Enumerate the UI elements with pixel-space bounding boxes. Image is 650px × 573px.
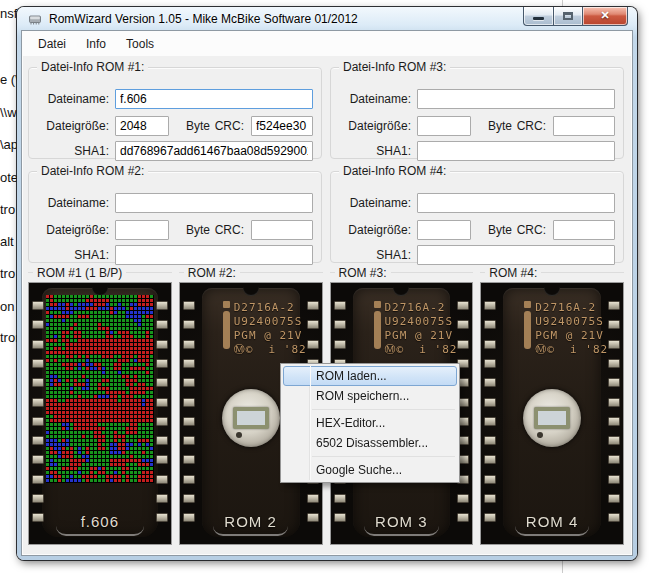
rom4-chip-body: D2716A-2 U9240075S PGM @ 21V Ⓜ© i '82 [503, 288, 601, 537]
chip-pin [32, 340, 44, 349]
rom4-chip-label: ROM 4 [481, 513, 623, 530]
byte-label: Byte [488, 223, 512, 237]
groupbox-rom3: Datei-Info ROM #3: Dateiname: Dateigröße… [330, 67, 624, 159]
rom2-crc-input[interactable] [251, 220, 313, 240]
menu-tools[interactable]: Tools [116, 33, 164, 55]
rom4-dateiname-input[interactable] [417, 193, 615, 213]
chip-pin [156, 320, 168, 329]
context-menu: ROM laden... ROM speichern... HEX-Editor… [280, 363, 460, 483]
rom3-sha1-input[interactable] [417, 141, 615, 161]
rom3-crc-input[interactable] [553, 116, 615, 136]
chip-pin [307, 301, 319, 310]
chip-pin [32, 359, 44, 368]
rom1-crc-input[interactable] [251, 116, 313, 136]
rom2-chip-label: ROM 2 [180, 513, 322, 530]
desktop: { "background": { "fragments": [ {"text"… [0, 0, 650, 573]
eprom-die [233, 407, 269, 429]
chip-pin [457, 320, 469, 329]
chip-pin [156, 359, 168, 368]
dateiname-label: Dateiname: [29, 196, 109, 210]
rom2-dateigroesse-input[interactable] [115, 220, 169, 240]
crc-label: CRC: [215, 119, 244, 133]
rom3-dateiname-input[interactable] [417, 89, 615, 109]
chip-pin [183, 494, 195, 503]
chip-pin [608, 378, 620, 387]
chip-pin [183, 301, 195, 310]
groupbox-rom1-title: Datei-Info ROM #1: [37, 60, 148, 74]
background-text-fragment: on [0, 299, 14, 314]
chip-pin [32, 417, 44, 426]
rom4-chip-image[interactable]: D2716A-2 U9240075S PGM @ 21V Ⓜ© i '82 RO… [480, 282, 624, 545]
chip-pin [484, 417, 496, 426]
background-text-fragment: \\w [0, 105, 17, 120]
groupbox-rom2-title: Datei-Info ROM #2: [37, 164, 148, 178]
groupbox-rom2: Datei-Info ROM #2: Dateiname: Dateigröße… [28, 171, 322, 263]
background-text-fragment: tro [0, 266, 15, 281]
close-button[interactable]: ✕ [582, 7, 628, 26]
chip-notch [544, 287, 560, 296]
chip-pin [156, 455, 168, 464]
chip-pin [156, 494, 168, 503]
chip-pin [156, 475, 168, 484]
chip-print-bar [374, 311, 381, 349]
chip-pin [608, 320, 620, 329]
rom1-dateigroesse-input[interactable] [115, 116, 169, 136]
chip-pin [484, 398, 496, 407]
rom4-sha1-input[interactable] [417, 245, 615, 265]
chip-pin [334, 513, 346, 522]
rom1-contents-bitmap [46, 295, 154, 483]
chip-pin [156, 378, 168, 387]
menubar: Datei Info Tools [22, 31, 632, 56]
menu-item-rom-speichern[interactable]: ROM speichern... [283, 386, 457, 406]
chip-pin [156, 301, 168, 310]
chip-notch [393, 287, 409, 296]
chip-notch [243, 287, 259, 296]
rom1-chip-image[interactable]: f.606 [28, 282, 172, 545]
chip-pin [183, 513, 195, 522]
maximize-button[interactable] [553, 7, 582, 26]
rom4-dateigroesse-input[interactable] [417, 220, 471, 240]
byte-label: Byte [186, 223, 210, 237]
menu-item-hex-editor[interactable]: HEX-Editor... [283, 413, 457, 433]
chip-pin [484, 494, 496, 503]
dateiname-label: Dateiname: [331, 196, 411, 210]
groupbox-rom4: Datei-Info ROM #4: Dateiname: Dateigröße… [330, 171, 624, 263]
menu-item-6502-disassembler[interactable]: 6502 Disassembler... [283, 433, 457, 453]
rom4-crc-input[interactable] [553, 220, 615, 240]
rom1-column: ROM #1 (1 B/P) f.606 [28, 265, 172, 545]
rom1-dateiname-input[interactable] [115, 89, 313, 109]
groupbox-rom1: Datei-Info ROM #1: Dateiname: Dateigröße… [28, 67, 322, 159]
rom1-sha1-input[interactable] [115, 141, 313, 161]
window-title: RomWizard Version 1.05 - Mike McBike Sof… [49, 12, 358, 26]
chip-pin [183, 436, 195, 445]
menu-datei[interactable]: Datei [28, 33, 76, 55]
close-icon: ✕ [583, 9, 627, 22]
menu-item-google-suche[interactable]: Google Suche... [283, 460, 457, 480]
eprom-quartz-window [222, 389, 280, 447]
chip-pin [183, 455, 195, 464]
menu-item-rom-laden[interactable]: ROM laden... [283, 366, 457, 386]
chip-pin [457, 301, 469, 310]
chip-print-mark [524, 301, 531, 308]
menu-info[interactable]: Info [76, 33, 116, 55]
rom3-panel-label: ROM #3: [330, 265, 474, 280]
maximize-icon [563, 12, 573, 20]
rom4-chip-print: D2716A-2 U9240075S PGM @ 21V Ⓜ© i '82 [535, 301, 608, 357]
rom2-dateiname-input[interactable] [115, 193, 313, 213]
rom3-dateigroesse-input[interactable] [417, 116, 471, 136]
chip-pin [156, 513, 168, 522]
chip-pin [484, 436, 496, 445]
chip-print-mark [374, 301, 381, 308]
chip-pin [156, 398, 168, 407]
chip-pin [334, 301, 346, 310]
eprom-die-dot [537, 432, 543, 438]
chip-pin [32, 301, 44, 310]
file-info-grid: Datei-Info ROM #1: Dateiname: Dateigröße… [28, 67, 624, 263]
rom1-chip-label: f.606 [29, 513, 171, 530]
minimize-button[interactable] [523, 7, 553, 26]
rom2-sha1-input[interactable] [115, 245, 313, 265]
rom4-column: ROM #4: D2716A-2 U9240075S PGM @ 21V Ⓜ© … [480, 265, 624, 545]
chip-print-mark [223, 301, 230, 308]
dateigroesse-label: Dateigröße: [29, 119, 109, 133]
chip-pin [608, 475, 620, 484]
